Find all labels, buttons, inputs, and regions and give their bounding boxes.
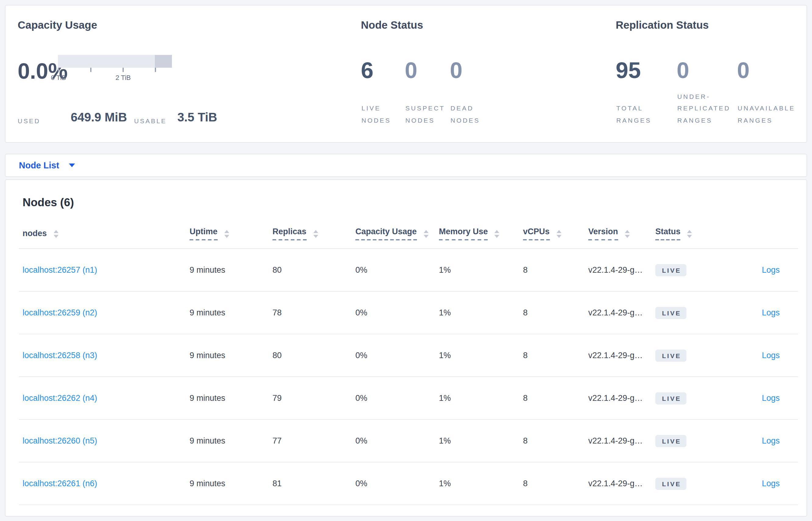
status-badge: LIVE bbox=[655, 264, 687, 276]
table-row: localhost:26260 (n5) 9 minutes 77 0% 1% … bbox=[19, 420, 798, 462]
uptime-cell: 9 minutes bbox=[190, 351, 272, 360]
logs-link[interactable]: Logs bbox=[762, 308, 780, 317]
version-cell: v22.1.4-29-g… bbox=[588, 436, 655, 445]
sort-icon bbox=[687, 230, 692, 237]
logs-link[interactable]: Logs bbox=[762, 265, 780, 274]
column-header-version[interactable]: Version bbox=[588, 227, 655, 240]
column-header-memory-use[interactable]: Memory Use bbox=[439, 227, 523, 240]
vcpus-cell: 8 bbox=[523, 265, 588, 274]
view-selector-bar: Node List bbox=[5, 154, 807, 177]
memory-cell: 1% bbox=[439, 265, 523, 274]
capacity-axis-label-0: 0 TiB bbox=[40, 74, 77, 81]
capacity-cell: 0% bbox=[355, 436, 439, 445]
logs-link[interactable]: Logs bbox=[762, 351, 780, 360]
node-link[interactable]: localhost:26262 (n4) bbox=[23, 393, 97, 403]
column-header-nodes[interactable]: nodes bbox=[23, 229, 190, 239]
replicas-cell: 80 bbox=[272, 265, 355, 274]
memory-cell: 1% bbox=[439, 436, 523, 445]
cluster-summary-card: Capacity Usage 0.0% 0 TiB 2 TiB USED 649… bbox=[5, 5, 807, 143]
capacity-axis-tick bbox=[122, 68, 124, 72]
version-cell: v22.1.4-29-g… bbox=[588, 265, 655, 274]
column-header-vcpus[interactable]: vCPUs bbox=[523, 227, 588, 240]
capacity-axis-label-2: 2 TiB bbox=[105, 74, 141, 81]
vcpus-cell: 8 bbox=[523, 479, 588, 488]
usable-value: 3.5 TiB bbox=[177, 110, 217, 124]
node-link[interactable]: localhost:26259 (n2) bbox=[23, 308, 97, 317]
capacity-usage-title: Capacity Usage bbox=[18, 19, 97, 32]
memory-cell: 1% bbox=[439, 393, 523, 403]
column-header-uptime[interactable]: Uptime bbox=[190, 227, 272, 240]
node-list-dropdown-label: Node List bbox=[19, 160, 59, 170]
total-ranges-label: TOTAL RANGES bbox=[616, 103, 651, 126]
memory-cell: 1% bbox=[439, 479, 523, 488]
column-header-capacity-usage[interactable]: Capacity Usage bbox=[355, 227, 439, 240]
used-value: 649.9 MiB bbox=[71, 110, 127, 124]
logs-link[interactable]: Logs bbox=[762, 393, 780, 403]
replicas-cell: 81 bbox=[272, 479, 355, 488]
sort-icon bbox=[625, 230, 630, 237]
column-header-status[interactable]: Status bbox=[655, 227, 725, 240]
version-cell: v22.1.4-29-g… bbox=[588, 479, 655, 488]
vcpus-cell: 8 bbox=[523, 393, 588, 403]
table-row: localhost:26259 (n2) 9 minutes 78 0% 1% … bbox=[19, 292, 798, 334]
replicas-cell: 80 bbox=[272, 351, 355, 360]
status-badge: LIVE bbox=[655, 435, 687, 447]
unavailable-ranges-count: 0 bbox=[737, 59, 804, 82]
capacity-axis-tick bbox=[58, 68, 59, 72]
vcpus-cell: 8 bbox=[523, 308, 588, 317]
capacity-cell: 0% bbox=[355, 265, 439, 274]
live-nodes-label: LIVE NODES bbox=[361, 103, 391, 126]
uptime-cell: 9 minutes bbox=[190, 265, 272, 274]
sort-icon bbox=[423, 230, 428, 237]
memory-cell: 1% bbox=[439, 308, 523, 317]
unavailable-ranges-metric: 0 UNAVAILABLE RANGES bbox=[737, 59, 804, 126]
suspect-nodes-label: SUSPECT NODES bbox=[405, 103, 445, 126]
dead-nodes-label: DEAD NODES bbox=[451, 103, 480, 126]
node-link[interactable]: localhost:26261 (n6) bbox=[23, 479, 97, 488]
uptime-cell: 9 minutes bbox=[190, 479, 272, 488]
usable-label: USABLE bbox=[134, 117, 167, 124]
capacity-cell: 0% bbox=[355, 351, 439, 360]
under-replicated-ranges-label: UNDER- REPLICATED RANGES bbox=[677, 91, 730, 126]
table-row: localhost:26257 (n1) 9 minutes 80 0% 1% … bbox=[19, 249, 798, 292]
cluster-overview-page: Capacity Usage 0.0% 0 TiB 2 TiB USED 649… bbox=[0, 0, 812, 521]
uptime-cell: 9 minutes bbox=[190, 393, 272, 403]
uptime-cell: 9 minutes bbox=[190, 308, 272, 317]
status-badge: LIVE bbox=[655, 477, 687, 490]
column-header-replicas[interactable]: Replicas bbox=[272, 227, 355, 240]
vcpus-cell: 8 bbox=[523, 436, 588, 445]
capacity-cell: 0% bbox=[355, 479, 439, 488]
status-badge: LIVE bbox=[655, 349, 687, 361]
unavailable-ranges-label: UNAVAILABLE RANGES bbox=[738, 103, 795, 126]
status-badge: LIVE bbox=[655, 307, 687, 319]
status-badge: LIVE bbox=[655, 392, 687, 404]
table-row: localhost:26261 (n6) 9 minutes 81 0% 1% … bbox=[19, 462, 798, 505]
nodes-table-title: Nodes (6) bbox=[23, 196, 74, 209]
sort-icon bbox=[54, 230, 58, 237]
version-cell: v22.1.4-29-g… bbox=[588, 308, 655, 317]
chevron-down-icon bbox=[69, 163, 75, 167]
replicas-cell: 78 bbox=[272, 308, 355, 317]
node-list-dropdown[interactable]: Node List bbox=[19, 154, 75, 176]
capacity-axis-tick bbox=[155, 68, 156, 72]
replicas-cell: 77 bbox=[272, 436, 355, 445]
total-ranges-metric: 95 TOTAL RANGES bbox=[616, 59, 674, 126]
sort-icon bbox=[556, 230, 561, 237]
node-link[interactable]: localhost:26257 (n1) bbox=[23, 265, 97, 274]
replicas-cell: 79 bbox=[272, 393, 355, 403]
node-link[interactable]: localhost:26258 (n3) bbox=[23, 351, 97, 360]
table-row: localhost:26262 (n4) 9 minutes 79 0% 1% … bbox=[19, 377, 798, 420]
logs-link[interactable]: Logs bbox=[762, 436, 780, 445]
nodes-table: nodes Uptime Replicas Capacity Usage Mem… bbox=[19, 219, 798, 505]
uptime-cell: 9 minutes bbox=[190, 436, 272, 445]
node-link[interactable]: localhost:26260 (n5) bbox=[23, 436, 97, 445]
replication-status-title: Replication Status bbox=[616, 19, 709, 32]
nodes-table-card: Nodes (6) nodes Uptime Replicas Capacity… bbox=[5, 179, 807, 517]
used-label: USED bbox=[18, 117, 40, 124]
version-cell: v22.1.4-29-g… bbox=[588, 351, 655, 360]
under-replicated-ranges-metric: 0 UNDER- REPLICATED RANGES bbox=[677, 59, 744, 126]
table-header-row: nodes Uptime Replicas Capacity Usage Mem… bbox=[19, 219, 798, 249]
version-cell: v22.1.4-29-g… bbox=[588, 393, 655, 403]
under-replicated-ranges-count: 0 bbox=[677, 59, 744, 82]
logs-link[interactable]: Logs bbox=[762, 479, 780, 488]
